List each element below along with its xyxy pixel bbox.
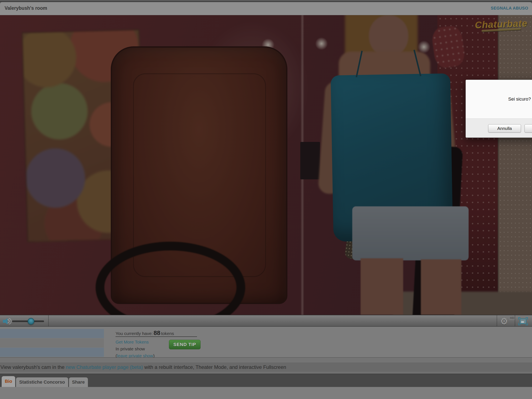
- tab-list: Bio Statistiche Concorso Share: [2, 376, 89, 387]
- token-amount: 88: [153, 329, 161, 336]
- tip-menu-row[interactable]: [0, 338, 104, 348]
- panel-gap: [0, 358, 532, 363]
- volume-slider-knob[interactable]: [28, 318, 34, 325]
- token-balance: You currently have:88tokens: [115, 329, 174, 336]
- modal-dim-overlay: [0, 15, 532, 315]
- video-stream: Chaturbate: [0, 15, 532, 315]
- control-divider: [497, 315, 497, 326]
- page-top-strip: [0, 0, 532, 2]
- cancel-button[interactable]: Annulla: [488, 124, 521, 133]
- dialog-footer: Annulla: [466, 119, 532, 138]
- settings-gear-icon[interactable]: ⚙ HD: [500, 315, 513, 327]
- leave-private-show-link[interactable]: leave private show: [117, 353, 153, 358]
- new-player-page-link[interactable]: new Chaturbate player page (beta): [66, 364, 143, 370]
- send-tip-button[interactable]: SEND TIP: [169, 340, 201, 349]
- tab-statistiche-concorso[interactable]: Statistiche Concorso: [16, 377, 68, 387]
- room-page-panel: Valerybush's room SEGNALA ABUSO Chaturb: [0, 2, 532, 399]
- dialog-body: Sei sicuro?: [466, 80, 532, 119]
- fullscreen-icon[interactable]: [518, 317, 528, 325]
- confirm-button[interactable]: [525, 124, 532, 133]
- control-divider: [515, 315, 515, 326]
- speaker-icon[interactable]: [3, 318, 12, 325]
- control-divider: [48, 315, 49, 326]
- room-header: Valerybush's room SEGNALA ABUSO: [0, 2, 532, 15]
- room-title: Valerybush's room: [5, 5, 47, 11]
- private-show-status: In private show: [115, 346, 145, 351]
- token-balance-underline: [115, 336, 197, 337]
- tab-share[interactable]: Share: [69, 377, 88, 387]
- tab-strip: Bio Statistiche Concorso Share: [0, 374, 532, 387]
- report-abuse-link[interactable]: SEGNALA ABUSO: [491, 6, 528, 11]
- confirmation-dialog: Sei sicuro? Annulla: [466, 80, 532, 138]
- get-more-tokens-link[interactable]: Get More Tokens: [115, 340, 149, 345]
- player-beta-note: View valerybush's cam in the new Chaturb…: [0, 363, 532, 372]
- token-panel: You currently have:88tokens Get More Tok…: [0, 327, 532, 358]
- dialog-message: Sei sicuro?: [508, 96, 531, 102]
- tab-content-area: [0, 387, 532, 399]
- hd-badge: HD: [509, 316, 515, 320]
- player-control-bar: ⚙ HD: [0, 315, 532, 327]
- panel-gap: [0, 372, 532, 374]
- tip-menu-row[interactable]: [0, 348, 104, 357]
- tab-bio[interactable]: Bio: [2, 376, 15, 387]
- volume-slider[interactable]: [12, 320, 44, 322]
- tip-menu-row[interactable]: [0, 329, 104, 338]
